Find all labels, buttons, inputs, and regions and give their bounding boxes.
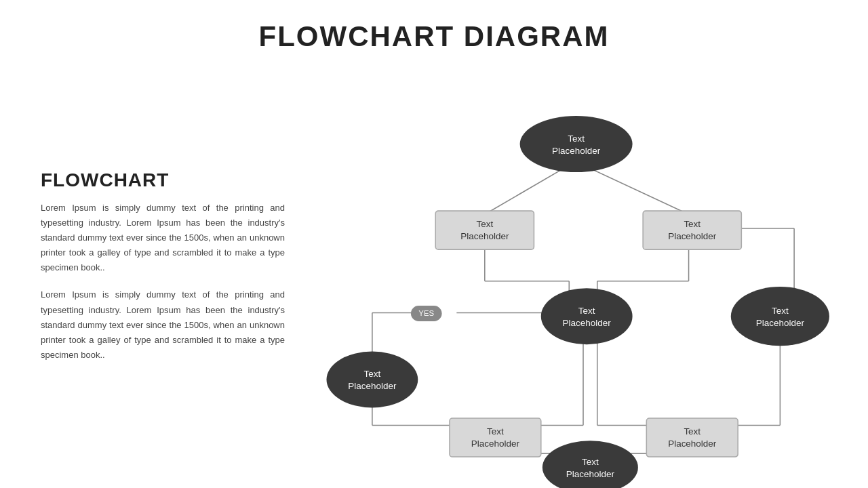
bottom-right-rect-label2: Placeholder	[668, 439, 717, 449]
yes-badge-label: YES	[418, 309, 434, 317]
bottom-left-rect	[450, 418, 541, 457]
far-right-oval-label2: Placeholder	[756, 318, 805, 328]
left-panel: FLOWCHART Lorem Ipsum is simply dummy te…	[41, 169, 285, 375]
right-rect-label2: Placeholder	[668, 231, 717, 241]
left-rect-label2: Placeholder	[460, 231, 509, 241]
left-rect	[435, 211, 534, 249]
svg-line-0	[485, 165, 569, 215]
center-oval-label1: Text	[578, 306, 595, 316]
page-title: FLOWCHART DIAGRAM	[0, 0, 868, 53]
far-right-oval-label1: Text	[772, 306, 789, 316]
bottom-oval-label1: Text	[582, 457, 599, 467]
left-oval-label2: Placeholder	[348, 381, 397, 391]
flowchart-svg: Text Placeholder Text Placeholder Text P…	[312, 95, 854, 474]
far-right-oval	[731, 287, 829, 346]
bottom-left-rect-label1: Text	[487, 426, 504, 436]
right-rect-label1: Text	[684, 219, 701, 229]
bottom-right-rect-label1: Text	[684, 426, 701, 436]
left-oval-label1: Text	[364, 369, 381, 379]
top-oval	[520, 116, 633, 172]
flowchart-heading: FLOWCHART	[41, 169, 285, 191]
center-oval-label2: Placeholder	[563, 318, 612, 328]
bottom-right-rect	[646, 418, 738, 457]
left-oval	[326, 352, 418, 408]
flowchart-area: Text Placeholder Text Placeholder Text P…	[312, 95, 854, 474]
bottom-oval-label2: Placeholder	[566, 469, 615, 479]
flowchart-para2: Lorem Ipsum is simply dummy text of the …	[41, 287, 285, 362]
top-oval-label2: Placeholder	[552, 146, 601, 156]
top-oval-label1: Text	[568, 134, 585, 144]
center-oval	[541, 288, 633, 344]
flowchart-para1: Lorem Ipsum is simply dummy text of the …	[41, 201, 285, 275]
right-rect	[643, 211, 741, 249]
left-rect-label1: Text	[476, 219, 493, 229]
bottom-left-rect-label2: Placeholder	[471, 439, 520, 449]
svg-line-1	[583, 165, 689, 215]
